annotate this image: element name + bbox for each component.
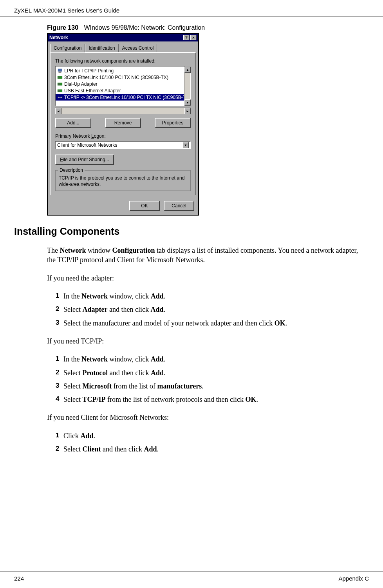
list-item[interactable]: 3Com EtherLink 10/100 PCI TX NIC (3C905B… xyxy=(56,74,184,81)
logon-value: Client for Microsoft Networks xyxy=(57,142,117,148)
step-number: 2 xyxy=(56,305,63,314)
step-number: 2 xyxy=(56,368,63,378)
tab-access-control[interactable]: Access Control xyxy=(119,44,157,52)
cancel-button[interactable]: Cancel xyxy=(164,201,194,211)
nic-icon xyxy=(57,88,63,94)
titlebar-buttons: ? × xyxy=(183,35,197,40)
content-area: Figure 130 WIndows 95/98/Me: Network: Co… xyxy=(0,24,383,216)
step-number: 3 xyxy=(56,318,63,328)
dropdown-button[interactable]: ▼ xyxy=(182,142,189,148)
tab-configuration[interactable]: Configuration xyxy=(50,44,85,52)
footer-section: Appendix C xyxy=(338,575,369,582)
tab-strip: Configuration Identification Access Cont… xyxy=(50,44,196,52)
step-number: 1 xyxy=(56,291,63,301)
figure-text: WIndows 95/98/Me: Network: Configuration xyxy=(84,24,205,31)
tab-panel: The following network components are ins… xyxy=(50,52,196,195)
add-button[interactable]: Add... xyxy=(55,118,91,128)
nic-icon xyxy=(57,81,63,87)
component-buttons: Add... Remove Properties xyxy=(55,118,191,128)
description-label: Description xyxy=(58,167,85,173)
svg-point-10 xyxy=(61,97,62,98)
logon-combo[interactable]: Client for Microsoft Networks ▼ xyxy=(55,141,191,149)
dialog-body: Configuration Identification Access Cont… xyxy=(48,41,198,198)
step-number: 3 xyxy=(56,381,63,391)
list-inner: LPR for TCP/IP Printing 3Com EtherLink 1… xyxy=(56,67,184,101)
list-item: 3Select Microsoft from the list of manuf… xyxy=(56,381,367,391)
svg-rect-1 xyxy=(59,71,61,73)
list-item[interactable]: Dial-Up Adapter xyxy=(56,81,184,87)
scroll-down-button[interactable]: ▼ xyxy=(184,99,191,106)
network-dialog: Network ? × Configuration Identification… xyxy=(47,33,199,216)
step-number: 1 xyxy=(56,354,63,364)
list-item: 2Select Protocol and then click Add. xyxy=(56,368,367,378)
dialog-title: Network xyxy=(49,35,68,40)
ok-button[interactable]: OK xyxy=(129,201,160,211)
components-listbox[interactable]: LPR for TCP/IP Printing 3Com EtherLink 1… xyxy=(55,66,191,106)
scroll-right-button[interactable]: ► xyxy=(184,108,191,114)
list-item: 1In the Network window, click Add. xyxy=(56,354,367,364)
intro-paragraph: The Network window Configuration tab dis… xyxy=(47,246,367,265)
vertical-scrollbar[interactable]: ▲ ▼ xyxy=(184,67,190,106)
need-tcpip-text: If you need TCP/IP: xyxy=(47,336,367,346)
file-print-sharing-button[interactable]: File and Print Sharing... xyxy=(55,155,114,165)
tcpip-steps-list: 1In the Network window, click Add. 2Sele… xyxy=(56,354,367,404)
page-footer: 224 Appendix C xyxy=(0,572,383,582)
protocol-icon xyxy=(57,95,63,100)
step-number: 4 xyxy=(56,395,63,404)
figure-caption: Figure 130 WIndows 95/98/Me: Network: Co… xyxy=(47,24,360,31)
scroll-up-button[interactable]: ▲ xyxy=(184,67,191,73)
list-item-selected[interactable]: TCP/IP -> 3Com EtherLink 10/100 PCI TX N… xyxy=(56,94,184,101)
adapter-steps-list: 1In the Network window, click Add. 2Sele… xyxy=(56,291,367,328)
figure-label: Figure 130 xyxy=(47,24,78,31)
client-steps-list: 1Click Add. 2Select Client and then clic… xyxy=(56,431,367,454)
tab-identification[interactable]: Identification xyxy=(85,44,118,52)
printer-icon xyxy=(57,68,63,74)
list-item[interactable]: LPR for TCP/IP Printing xyxy=(56,67,184,74)
titlebar[interactable]: Network ? × xyxy=(48,34,198,41)
list-item: 2Select Adapter and then click Add. xyxy=(56,305,367,314)
logon-label: Primary Network Logon: xyxy=(55,133,191,139)
list-item: 4Select TCP/IP from the list of network … xyxy=(56,395,367,404)
svg-rect-0 xyxy=(58,68,62,71)
remove-button[interactable]: Remove xyxy=(105,118,141,128)
description-group: Description TCP/IP is the protocol you u… xyxy=(55,170,191,191)
svg-rect-3 xyxy=(58,77,60,78)
page-number: 224 xyxy=(14,575,24,582)
properties-button[interactable]: Properties xyxy=(155,118,191,128)
svg-rect-7 xyxy=(58,90,60,92)
list-item[interactable]: USB Fast Ethernet Adapter xyxy=(56,87,184,94)
step-number: 2 xyxy=(56,444,63,454)
need-client-text: If you need Client for Microsoft Network… xyxy=(47,413,367,422)
description-text: TCP/IP is the protocol you use to connec… xyxy=(59,175,187,187)
dialog-footer: OK Cancel xyxy=(48,198,198,215)
help-button[interactable]: ? xyxy=(183,35,190,40)
section-heading: Installing Components xyxy=(14,226,383,237)
scroll-track[interactable] xyxy=(61,108,184,114)
list-item: 1In the Network window, click Add. xyxy=(56,291,367,301)
doc-title: ZyXEL MAX-200M1 Series User's Guide xyxy=(14,7,119,14)
components-label: The following network components are ins… xyxy=(55,58,191,64)
step-number: 1 xyxy=(56,431,63,441)
close-button[interactable]: × xyxy=(190,35,197,40)
svg-point-9 xyxy=(58,97,60,98)
horizontal-scrollbar[interactable]: ◄ ► xyxy=(55,108,191,114)
svg-rect-5 xyxy=(58,83,60,85)
scroll-left-button[interactable]: ◄ xyxy=(55,108,61,114)
list-item: 1Click Add. xyxy=(56,431,367,441)
scroll-track[interactable] xyxy=(184,73,190,99)
need-adapter-text: If you need the adapter: xyxy=(47,273,367,283)
page-header: ZyXEL MAX-200M1 Series User's Guide xyxy=(0,0,383,16)
list-item: 2Select Client and then click Add. xyxy=(56,444,367,454)
list-item: 3Select the manufacturer and model of yo… xyxy=(56,318,367,328)
nic-icon xyxy=(57,75,63,80)
